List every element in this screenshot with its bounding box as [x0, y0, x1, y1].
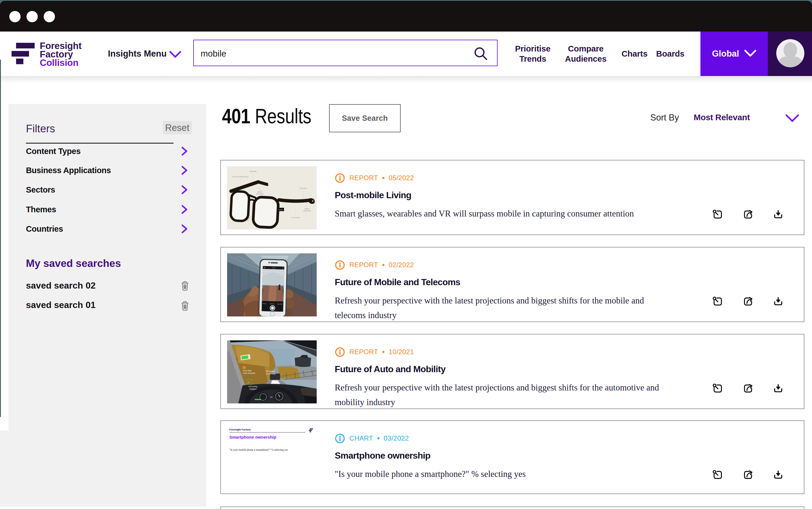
- svg-text:16: 16: [270, 396, 273, 398]
- svg-text:SPEAKER: SPEAKER: [303, 210, 311, 212]
- svg-text:PHOTO: PHOTO: [270, 303, 274, 305]
- svg-text:WOOFER: WOOFER: [300, 188, 307, 189]
- svg-text:2 free terminals: 2 free terminals: [243, 372, 255, 374]
- svg-text:40: 40: [248, 381, 250, 383]
- svg-text:VIDEO: VIDEO: [262, 303, 267, 304]
- svg-text:TWO MICROPHONES: TWO MICROPHONES: [232, 176, 249, 178]
- svg-text:KAUNA: KAUNA: [278, 209, 283, 211]
- svg-text:TOUCHPAD: TOUCHPAD: [291, 217, 300, 218]
- svg-text:"Is your mobile phone a smartp: "Is your mobile phone a smartphone?" % s…: [229, 448, 288, 451]
- svg-text:SPEAKER: SPEAKER: [256, 193, 263, 195]
- svg-text:SQUARE: SQUARE: [277, 303, 283, 305]
- svg-text:MEMS: MEMS: [305, 208, 309, 210]
- svg-text:fuel saving: fuel saving: [249, 385, 257, 388]
- svg-text:MEMS: MEMS: [257, 191, 262, 193]
- svg-text:Truck Stop: Truck Stop: [243, 370, 252, 372]
- svg-text:26 minutes: 26 minutes: [266, 370, 275, 372]
- svg-text:to next stop: to next stop: [266, 373, 276, 375]
- svg-text:Foresight Factory: Foresight Factory: [229, 428, 251, 431]
- svg-text:WOOFER: WOOFER: [249, 171, 257, 172]
- svg-text:Smartphone ownership: Smartphone ownership: [229, 435, 276, 439]
- svg-text:engaged: engaged: [249, 388, 257, 390]
